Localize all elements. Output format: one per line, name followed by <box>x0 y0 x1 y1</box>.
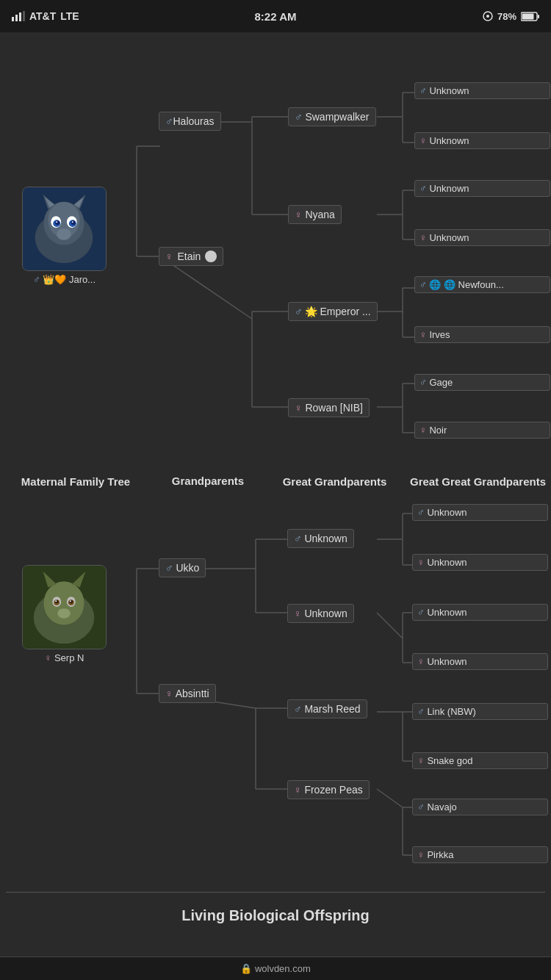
section-headers: Maternal Family Tree Grandparents Great … <box>6 469 551 495</box>
maternal-ggp-2[interactable]: ♂ Marsh Reed <box>287 699 367 718</box>
maternal-gggp-3[interactable]: ♀ Unknown <box>412 653 548 670</box>
ggp-nyana[interactable]: ♀ Nyana <box>288 205 342 224</box>
maternal-gggp-5[interactable]: ♀ Snake god <box>412 752 548 769</box>
header-col3: Great Grandparents <box>270 475 399 489</box>
header-col1: Maternal Family Tree <box>6 475 145 489</box>
svg-line-72 <box>377 613 403 638</box>
maternal-ggp-0[interactable]: ♂ Unknown <box>287 529 354 548</box>
svg-line-80 <box>377 789 403 807</box>
status-right: 78% <box>483 11 539 22</box>
battery-icon <box>521 12 539 21</box>
maternal-ggp-3[interactable]: ♀ Frozen Peas <box>287 780 370 799</box>
maternal-gggp-2[interactable]: ♂ Unknown <box>412 604 548 621</box>
ggp-emperor[interactable]: ♂ 🌟Emperor ... <box>288 302 378 321</box>
battery-label: 78% <box>497 11 516 22</box>
ggp-rowan[interactable]: ♀ Rowan [NIB] <box>288 398 370 417</box>
paternal-grandparent-male[interactable]: ♂ Halouras <box>159 112 221 131</box>
maternal-self-gender: ♀ <box>45 652 54 663</box>
maternal-gggp-4[interactable]: ♂ Link (NBW) <box>412 703 548 720</box>
svg-point-92 <box>55 600 57 602</box>
halouras-gender: ♂ <box>165 115 173 127</box>
etain-circle <box>205 251 217 262</box>
gggp-0[interactable]: ♂ Unknown <box>414 82 550 99</box>
carrier-label: AT&T <box>29 10 56 22</box>
svg-rect-7 <box>538 15 539 18</box>
maternal-grandparent-male[interactable]: ♂ Ukko <box>159 558 206 577</box>
svg-rect-1 <box>15 15 18 21</box>
svg-rect-0 <box>12 17 14 21</box>
maternal-gggp-1[interactable]: ♀ Unknown <box>412 554 548 571</box>
svg-point-95 <box>57 608 71 618</box>
svg-point-93 <box>70 600 71 602</box>
svg-rect-3 <box>23 11 25 21</box>
self-avatar[interactable] <box>22 187 107 271</box>
paternal-tree: ♂ 👑🧡 Jaro... ♂ Halouras ♀ Etain ♂ Swampw… <box>6 40 545 466</box>
location-icon <box>483 11 493 21</box>
maternal-avatar-image <box>23 566 106 649</box>
self-emoji: 👑🧡 <box>43 274 66 285</box>
svg-rect-2 <box>19 12 21 21</box>
gggp-7[interactable]: ♀ Noir <box>414 422 550 439</box>
maternal-gggp-7[interactable]: ♀ Pirkka <box>412 846 548 863</box>
gggp-3[interactable]: ♀ Unknown <box>414 229 550 246</box>
svg-point-53 <box>57 228 71 240</box>
maternal-gggp-6[interactable]: ♂ Navajo <box>412 799 548 815</box>
self-avatar-image <box>23 187 106 270</box>
bottom-bar: 🔒 wolvden.com <box>0 956 551 980</box>
header-col4: Great Great Grandparents <box>399 475 551 489</box>
gggp-1[interactable]: ♀ Unknown <box>414 132 550 149</box>
main-content: ♂ 👑🧡 Jaro... ♂ Halouras ♀ Etain ♂ Swampw… <box>0 32 551 968</box>
time-label: 8:22 AM <box>255 10 297 23</box>
svg-point-51 <box>72 221 73 223</box>
gggp-4[interactable]: ♂ 🌐 🌐 Newfoun... <box>414 276 550 293</box>
status-left: AT&T LTE <box>12 10 79 22</box>
maternal-gggp-0[interactable]: ♂ Unknown <box>412 504 548 521</box>
svg-point-5 <box>486 15 489 18</box>
lock-icon: 🔒 <box>240 963 255 974</box>
paternal-grandparent-female[interactable]: ♀ Etain <box>159 247 223 266</box>
self-name: ♂ 👑🧡 Jaro... <box>33 274 96 285</box>
self-gender-icon: ♂ <box>33 274 40 285</box>
self-avatar-container: ♂ 👑🧡 Jaro... <box>22 187 107 285</box>
svg-point-48 <box>55 220 60 225</box>
svg-point-50 <box>56 221 57 223</box>
maternal-self-container: ♀ Serp N <box>22 565 107 663</box>
status-bar: AT&T LTE 8:22 AM 78% <box>0 0 551 32</box>
gggp-6[interactable]: ♂ Gage <box>414 374 550 391</box>
etain-gender: ♀ <box>165 251 173 262</box>
network-label: LTE <box>60 10 79 22</box>
ggp-swampwalker[interactable]: ♂ Swampwalker <box>288 107 376 126</box>
maternal-ggp-1[interactable]: ♀ Unknown <box>287 604 354 623</box>
header-col2: Grandparents <box>145 475 270 489</box>
svg-rect-8 <box>522 13 534 19</box>
svg-point-91 <box>69 599 73 603</box>
gggp-5[interactable]: ♀ Irves <box>414 326 550 343</box>
svg-point-49 <box>71 220 76 225</box>
maternal-grandparent-female[interactable]: ♀ Absintti <box>159 684 216 703</box>
gggp-2[interactable]: ♂ Unknown <box>414 180 550 197</box>
maternal-self-avatar[interactable] <box>22 565 107 649</box>
maternal-self-name: ♀ Serp N <box>45 652 84 663</box>
signal-icon <box>12 11 25 21</box>
svg-point-90 <box>55 599 59 603</box>
maternal-tree: ♀ Serp N ♂ Ukko ♀ Absintti ♂ Unknown ♀ U… <box>6 495 545 884</box>
